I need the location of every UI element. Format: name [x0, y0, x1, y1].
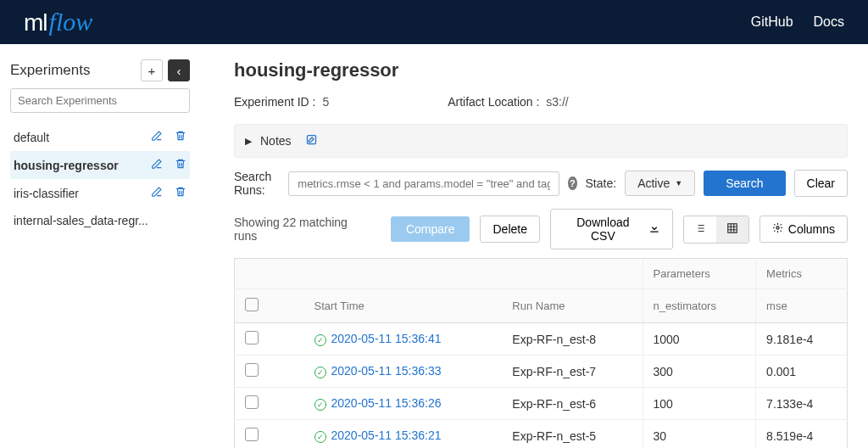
- logo: ml flow: [24, 8, 92, 36]
- search-runs-row: Search Runs: ? State: Active▼ Search Cle…: [234, 170, 848, 197]
- download-icon: [648, 222, 660, 237]
- mse-cell: 9.181e-4: [756, 323, 848, 356]
- col-run-name[interactable]: Run Name: [502, 289, 643, 323]
- artifact-location-label: Artifact Location :: [448, 95, 539, 109]
- table-row: 2020-05-11 15:36:26 Exp-RF-n_est-6 100 7…: [235, 388, 848, 420]
- sidebar-item-default[interactable]: default: [10, 123, 190, 151]
- help-icon[interactable]: ?: [568, 176, 576, 190]
- row-checkbox[interactable]: [245, 428, 259, 441]
- experiment-name: housing-regressor: [14, 159, 151, 172]
- row-checkbox[interactable]: [245, 395, 259, 409]
- search-runs-label: Search Runs:: [234, 170, 280, 197]
- logo-flow: flow: [49, 8, 93, 36]
- trash-icon[interactable]: [175, 186, 186, 200]
- sidebar-title: Experiments: [10, 62, 90, 79]
- search-button[interactable]: Search: [704, 171, 785, 196]
- state-value: Active: [637, 176, 670, 190]
- run-start-time-link[interactable]: 2020-05-11 15:36:26: [331, 396, 442, 410]
- status-ok-icon: [314, 431, 326, 443]
- table-row: 2020-05-11 15:36:21 Exp-RF-n_est-5 30 8.…: [235, 420, 848, 449]
- experiment-list: default housing-regressor iris-classifie…: [10, 123, 190, 234]
- mse-cell: 7.133e-4: [756, 388, 848, 420]
- caret-right-icon: ▶: [245, 136, 252, 147]
- gear-icon: [772, 222, 783, 236]
- experiment-id-value: 5: [322, 95, 329, 109]
- col-start-time[interactable]: Start Time: [304, 289, 503, 323]
- svg-rect-1: [728, 223, 737, 232]
- notes-label: Notes: [260, 134, 292, 148]
- run-name-cell: Exp-RF-n_est-8: [502, 323, 643, 356]
- nav-docs[interactable]: Docs: [814, 14, 844, 30]
- experiment-name: iris-classifier: [14, 187, 151, 200]
- metrics-group-header: Metrics: [756, 259, 848, 289]
- run-start-time-link[interactable]: 2020-05-11 15:36:21: [331, 428, 442, 442]
- runs-table: Parameters Metrics Start Time Run Name n…: [234, 258, 848, 448]
- status-ok-icon: [314, 399, 326, 411]
- run-name-cell: Exp-RF-n_est-6: [502, 388, 643, 420]
- action-row: Showing 22 matching runs Compare Delete …: [234, 209, 848, 249]
- col-n-estimators[interactable]: n_estimators: [643, 289, 756, 323]
- status-ok-icon: [314, 334, 326, 346]
- mse-cell: 0.001: [756, 356, 848, 388]
- search-runs-input[interactable]: [288, 171, 559, 196]
- header-nav: GitHub Docs: [751, 14, 844, 30]
- select-all-checkbox[interactable]: [245, 298, 259, 311]
- run-name-cell: Exp-RF-n_est-7: [502, 356, 643, 388]
- plus-icon: +: [148, 64, 156, 78]
- chevron-left-icon: ‹: [177, 64, 181, 78]
- row-checkbox[interactable]: [245, 363, 259, 377]
- table-row: 2020-05-11 15:36:33 Exp-RF-n_est-7 300 0…: [235, 356, 848, 388]
- list-icon: [694, 222, 706, 237]
- columns-button[interactable]: Columns: [760, 216, 848, 243]
- compare-button[interactable]: Compare: [391, 216, 470, 242]
- logo-ml: ml: [24, 9, 47, 36]
- sidebar: Experiments + ‹ default housing-regresso…: [0, 44, 200, 448]
- params-group-header: Parameters: [643, 259, 756, 289]
- pencil-icon[interactable]: [151, 130, 163, 144]
- mse-cell: 8.519e-4: [756, 420, 848, 449]
- row-checkbox[interactable]: [245, 331, 259, 344]
- notes-panel[interactable]: ▶ Notes: [234, 124, 848, 158]
- collapse-sidebar-button[interactable]: ‹: [168, 59, 190, 81]
- trash-icon[interactable]: [175, 130, 186, 144]
- view-toggle: [683, 216, 749, 244]
- pencil-icon[interactable]: [151, 158, 163, 172]
- sidebar-item-iris-classifier[interactable]: iris-classifier: [10, 179, 190, 207]
- n-estimators-cell: 30: [643, 420, 756, 449]
- n-estimators-cell: 100: [643, 388, 756, 420]
- top-header: ml flow GitHub Docs: [0, 0, 868, 44]
- experiment-name: default: [14, 131, 151, 144]
- col-mse[interactable]: mse: [756, 289, 848, 323]
- add-experiment-button[interactable]: +: [141, 59, 163, 81]
- sidebar-item-internal-sales[interactable]: internal-sales_data-regr...: [10, 207, 190, 234]
- list-view-button[interactable]: [684, 216, 716, 243]
- experiment-meta: Experiment ID : 5 Artifact Location : s3…: [234, 95, 848, 109]
- n-estimators-cell: 300: [643, 356, 756, 388]
- run-start-time-link[interactable]: 2020-05-11 15:36:41: [331, 332, 442, 345]
- caret-down-icon: ▼: [675, 179, 682, 188]
- grid-view-button[interactable]: [716, 216, 748, 243]
- n-estimators-cell: 1000: [643, 323, 756, 356]
- nav-github[interactable]: GitHub: [751, 14, 793, 30]
- clear-button[interactable]: Clear: [794, 170, 848, 197]
- run-start-time-link[interactable]: 2020-05-11 15:36:33: [331, 364, 442, 378]
- main-content: housing-regressor Experiment ID : 5 Arti…: [200, 44, 868, 448]
- pencil-icon[interactable]: [151, 186, 163, 200]
- trash-icon[interactable]: [175, 158, 186, 172]
- status-ok-icon: [314, 367, 326, 378]
- table-row: 2020-05-11 15:36:41 Exp-RF-n_est-8 1000 …: [235, 323, 848, 356]
- showing-text: Showing 22 matching runs: [234, 216, 374, 243]
- sidebar-item-housing-regressor[interactable]: housing-regressor: [10, 151, 190, 179]
- delete-button[interactable]: Delete: [480, 216, 539, 243]
- download-csv-button[interactable]: Download CSV: [550, 209, 673, 249]
- edit-notes-button[interactable]: [305, 133, 318, 148]
- run-name-cell: Exp-RF-n_est-5: [502, 420, 643, 449]
- experiment-id-label: Experiment ID :: [234, 95, 315, 109]
- state-dropdown[interactable]: Active▼: [625, 171, 695, 196]
- page-title: housing-regressor: [234, 59, 848, 81]
- svg-point-2: [776, 227, 779, 229]
- experiment-name: internal-sales_data-regr...: [14, 214, 186, 227]
- grid-icon: [726, 222, 738, 237]
- search-experiments-input[interactable]: [10, 88, 190, 113]
- artifact-location-value: s3://: [546, 95, 568, 109]
